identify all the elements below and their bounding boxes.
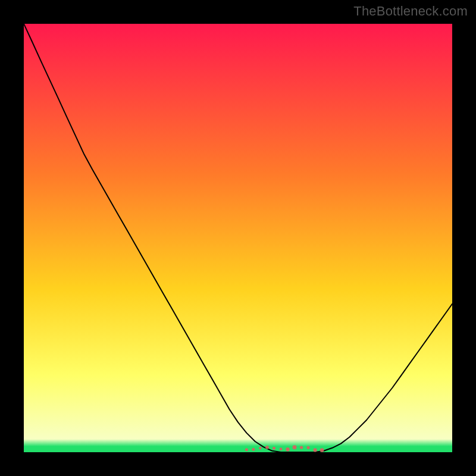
curve-overlay bbox=[24, 24, 452, 452]
red-dot bbox=[314, 448, 317, 452]
chart-frame: TheBottleneck.com bbox=[0, 0, 476, 476]
red-dot bbox=[252, 448, 255, 451]
watermark-text: TheBottleneck.com bbox=[353, 4, 468, 19]
red-dot bbox=[280, 447, 283, 450]
red-dot bbox=[273, 447, 275, 450]
red-dot bbox=[259, 447, 262, 450]
plot-area bbox=[24, 24, 452, 452]
red-dot bbox=[286, 447, 289, 451]
bottleneck-curve bbox=[24, 24, 452, 452]
red-dot bbox=[265, 446, 269, 449]
red-dot bbox=[293, 445, 297, 449]
red-dot-cluster bbox=[245, 445, 324, 452]
red-dot bbox=[307, 446, 310, 449]
red-dot bbox=[300, 446, 303, 449]
red-dot bbox=[320, 448, 324, 452]
red-dot bbox=[245, 448, 248, 451]
